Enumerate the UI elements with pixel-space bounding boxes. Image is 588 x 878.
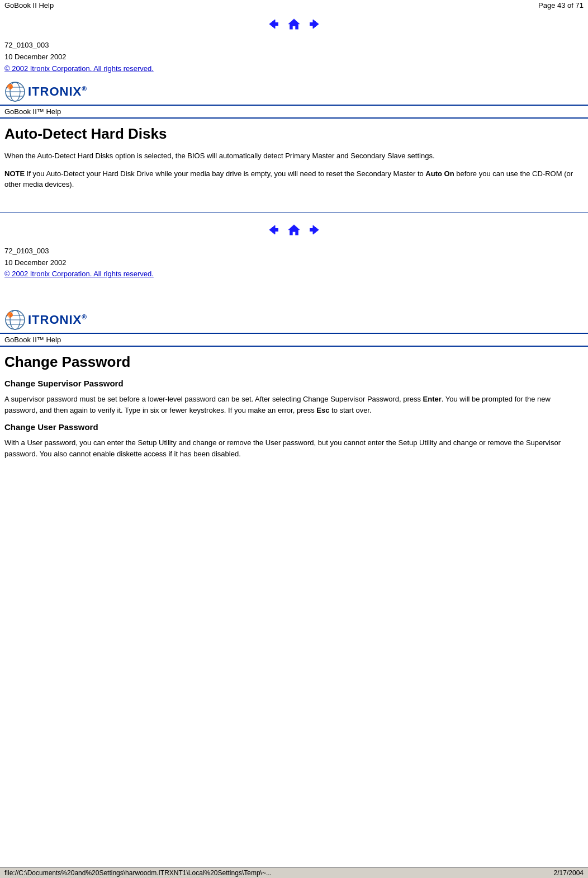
back-button-2[interactable] [265, 222, 283, 238]
doc-id-2: 72_0103_003 [4, 246, 584, 257]
forward-button-2[interactable] [305, 222, 323, 238]
logo-section-2: i ITRONIX® [0, 305, 588, 333]
svg-marker-14 [288, 225, 300, 235]
logo-section-1: i ITRONIX® [0, 77, 588, 105]
copyright-2: © 2002 Itronix Corporation. All rights r… [4, 268, 584, 280]
sub-heading-1: Change Supervisor Password [4, 379, 584, 388]
note-bold: Auto On [425, 169, 454, 178]
spacer [0, 282, 588, 305]
note-text-1: NOTE If you Auto-Detect your Hard Disk D… [4, 168, 584, 190]
page-heading-2: Change Password [4, 353, 584, 371]
section1-footer: 72_0103_003 10 December 2002 © 2002 Itro… [0, 37, 588, 77]
home-button-2[interactable] [285, 222, 303, 238]
date-1: 10 December 2002 [4, 51, 584, 63]
top-nav [0, 16, 588, 32]
header-bar: GoBook II Help Page 43 of 71 [0, 0, 588, 11]
divider-1 [0, 213, 588, 213]
logo-globe-icon-2: i [4, 309, 26, 331]
content-area-1: Auto-Detect Hard Disks When the Auto-Det… [0, 119, 588, 204]
page-info: Page 43 of 71 [538, 1, 584, 10]
copyright-link-1[interactable]: © 2002 Itronix Corporation. All rights r… [4, 64, 154, 73]
logo-text-1: ITRONIX® [28, 84, 87, 99]
section2-footer: 72_0103_003 10 December 2002 © 2002 Itro… [0, 243, 588, 282]
section-title-bar-2: GoBook II™ Help [0, 333, 588, 347]
copyright-link-2[interactable]: © 2002 Itronix Corporation. All rights r… [4, 270, 154, 278]
svg-marker-4 [313, 20, 319, 29]
body-text-3: With a User password, you can enter the … [4, 437, 584, 459]
sub-heading-2: Change User Password [4, 422, 584, 432]
content-area-2: Change Password Change Supervisor Passwo… [0, 347, 588, 473]
note-label: NOTE [4, 169, 25, 178]
itronix-logo-2: i ITRONIX® [4, 309, 87, 331]
app-title: GoBook II Help [4, 1, 54, 10]
back-button[interactable] [265, 16, 283, 32]
svg-rect-15 [310, 228, 313, 232]
svg-rect-3 [310, 22, 313, 26]
body-text-2: A supervisor password must be set before… [4, 394, 584, 416]
bottom-nav-1 [0, 222, 588, 238]
svg-marker-0 [269, 20, 275, 29]
svg-marker-16 [313, 225, 319, 234]
copyright-1: © 2002 Itronix Corporation. All rights r… [4, 63, 584, 75]
svg-marker-12 [269, 225, 275, 234]
itronix-logo-1: i ITRONIX® [4, 81, 87, 102]
home-button[interactable] [285, 16, 303, 32]
section-title-bar-1: GoBook II™ Help [0, 105, 588, 119]
section-label-2: GoBook II™ Help [4, 336, 61, 344]
date-2: 10 December 2002 [4, 257, 584, 269]
body-text-1: When the Auto-Detect Hard Disks option i… [4, 150, 584, 162]
svg-rect-13 [275, 228, 278, 232]
svg-marker-2 [288, 19, 300, 30]
section-label-1: GoBook II™ Help [4, 107, 61, 116]
doc-id-1: 72_0103_003 [4, 40, 584, 51]
logo-globe-icon-1: i [4, 81, 26, 102]
forward-button[interactable] [305, 16, 323, 32]
svg-rect-1 [275, 22, 278, 26]
page-bottom-spacer [0, 473, 588, 495]
logo-text-2: ITRONIX® [28, 313, 87, 327]
page-heading-1: Auto-Detect Hard Disks [4, 125, 584, 143]
